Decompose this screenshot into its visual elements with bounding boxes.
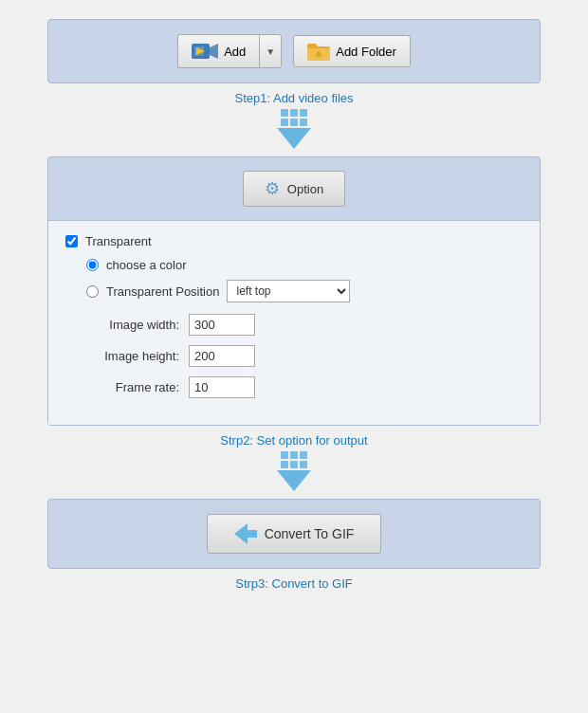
add-button[interactable]: Add: [177, 34, 259, 68]
step1-label: Step1: Add video files: [234, 91, 353, 105]
option-body: Transparent choose a color Transparent P…: [48, 220, 540, 425]
convert-button-label: Convert To GIF: [265, 526, 355, 541]
image-height-label: Image height:: [65, 349, 179, 363]
arrow1-dots: [281, 109, 307, 126]
gear-icon: ⚙: [265, 178, 280, 199]
step2-label: Strp2: Set option for output: [220, 433, 367, 448]
arrow2: [277, 451, 311, 491]
image-width-input[interactable]: [189, 314, 255, 336]
option-button-label: Option: [287, 182, 323, 196]
folder-icon: [307, 42, 330, 61]
add-dropdown-button[interactable]: ▼: [259, 34, 282, 68]
arrow1-chevron: [277, 128, 311, 149]
convert-icon: [234, 523, 257, 544]
step3-panel: Convert To GIF: [47, 499, 541, 569]
transparent-row: Transparent: [65, 234, 523, 248]
frame-rate-row: Frame rate:: [65, 376, 523, 398]
svg-marker-6: [234, 523, 257, 544]
transparent-position-label: Transparent Position: [106, 284, 219, 299]
svg-marker-1: [210, 44, 218, 59]
step2-panel: ⚙ Option Transparent choose a color Tran…: [47, 156, 541, 426]
frame-rate-label: Frame rate:: [65, 380, 179, 394]
transparent-position-radio[interactable]: [86, 285, 99, 298]
choose-color-radio[interactable]: [86, 259, 99, 271]
image-height-row: Image height:: [65, 345, 523, 367]
frame-rate-input[interactable]: [189, 376, 255, 398]
add-button-group: Add ▼: [177, 34, 282, 68]
choose-color-row: choose a color: [86, 258, 523, 272]
video-icon: [192, 41, 218, 62]
image-width-label: Image width:: [65, 318, 179, 332]
option-header: ⚙ Option: [48, 157, 540, 220]
arrow2-chevron: [277, 470, 311, 491]
convert-button[interactable]: Convert To GIF: [207, 514, 382, 554]
step3-label: Strp3: Convert to GIF: [235, 576, 353, 591]
arrow1: [277, 109, 311, 149]
main-container: Add ▼ Add Folder Step1: Add video files …: [47, 19, 541, 591]
add-folder-button[interactable]: Add Folder: [293, 35, 411, 67]
transparent-position-row: Transparent Position left top left cente…: [86, 280, 523, 302]
step1-panel: Add ▼ Add Folder: [47, 19, 541, 83]
transparent-checkbox[interactable]: [65, 235, 78, 247]
transparent-label: Transparent: [85, 234, 152, 248]
option-button[interactable]: ⚙ Option: [243, 171, 345, 207]
position-select[interactable]: left top left center left bottom center …: [227, 280, 350, 302]
image-height-input[interactable]: [189, 345, 255, 367]
image-width-row: Image width:: [65, 314, 523, 336]
svg-rect-5: [315, 54, 322, 56]
arrow2-dots: [281, 451, 307, 468]
add-button-label: Add: [224, 45, 246, 59]
choose-color-label: choose a color: [106, 258, 187, 272]
add-folder-button-label: Add Folder: [336, 45, 396, 59]
